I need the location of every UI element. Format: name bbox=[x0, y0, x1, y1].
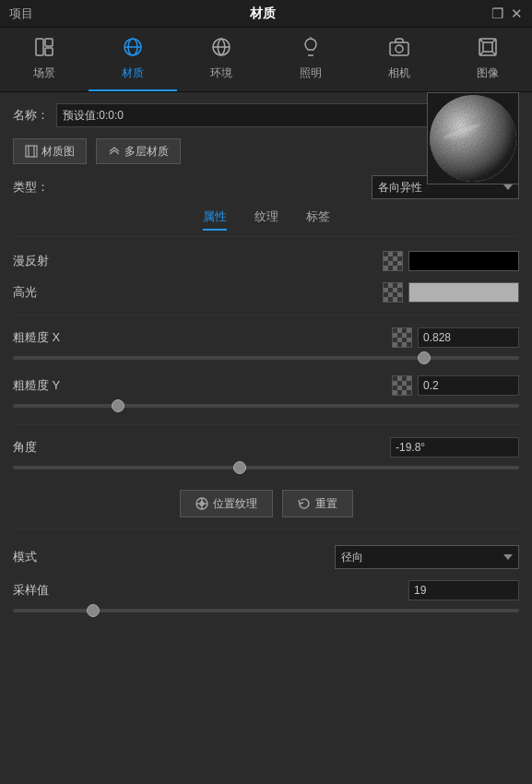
specular-controls bbox=[383, 282, 519, 303]
restore-button[interactable]: ❐ bbox=[491, 6, 503, 20]
reset-label: 重置 bbox=[315, 496, 337, 512]
specular-swatch[interactable] bbox=[408, 282, 519, 303]
multi-layer-label: 多层材质 bbox=[124, 144, 169, 160]
title-bar: 项目 材质 ❐ ✕ bbox=[0, 0, 532, 28]
action-row: 位置纹理 重置 bbox=[13, 490, 519, 517]
svg-rect-2 bbox=[45, 48, 53, 55]
type-label: 类型： bbox=[13, 179, 49, 196]
diffuse-swatch[interactable] bbox=[408, 251, 519, 271]
svg-rect-0 bbox=[36, 39, 43, 55]
close-button[interactable]: ✕ bbox=[511, 6, 523, 20]
svg-rect-20 bbox=[26, 146, 37, 157]
tab-image[interactable]: 图像 bbox=[443, 28, 532, 91]
angle-label: 角度 bbox=[13, 439, 87, 456]
name-input[interactable] bbox=[56, 103, 453, 127]
roughness-y-row: 粗糙度 Y bbox=[13, 373, 519, 398]
angle-slider[interactable] bbox=[13, 466, 519, 469]
mode-label: 模式 bbox=[13, 549, 68, 565]
tab-lighting[interactable]: 照明 bbox=[266, 28, 355, 91]
material-map-button[interactable]: 材质图 bbox=[13, 138, 87, 164]
roughness-x-slider-wrap bbox=[13, 350, 519, 365]
tab-material[interactable]: 材质 bbox=[89, 28, 177, 91]
roughness-y-label: 粗糙度 Y bbox=[13, 377, 87, 394]
roughness-x-slider[interactable] bbox=[13, 356, 519, 360]
divider-2 bbox=[13, 424, 519, 425]
sample-input[interactable] bbox=[408, 580, 519, 600]
roughness-x-slider-row bbox=[13, 350, 519, 367]
tab-material-label: 材质 bbox=[122, 65, 144, 81]
angle-row: 角度 bbox=[13, 434, 519, 460]
roughness-y-section: 粗糙度 Y bbox=[13, 373, 519, 415]
specular-label: 高光 bbox=[13, 284, 87, 301]
specular-checker[interactable] bbox=[383, 282, 403, 303]
divider-3 bbox=[13, 529, 519, 529]
tab-light-label: 照明 bbox=[300, 65, 322, 81]
roughness-x-row: 粗糙度 X bbox=[13, 325, 519, 350]
multi-layer-button[interactable]: 多层材质 bbox=[96, 138, 181, 164]
roughness-y-input[interactable] bbox=[418, 375, 519, 396]
tab-scene-label: 场景 bbox=[33, 65, 55, 81]
roughness-y-slider-row bbox=[13, 398, 519, 415]
project-label: 项目 bbox=[9, 6, 33, 22]
roughness-y-slider[interactable] bbox=[13, 404, 519, 408]
svg-rect-9 bbox=[390, 42, 408, 55]
window-controls: ❐ ✕ bbox=[491, 6, 523, 20]
roughness-x-section: 粗糙度 X bbox=[13, 325, 519, 367]
sample-section: 采样值 bbox=[13, 577, 519, 620]
sample-label: 采样值 bbox=[13, 582, 68, 599]
diffuse-checker[interactable] bbox=[383, 251, 403, 271]
divider-1 bbox=[13, 315, 519, 315]
sub-tab-bar: 属性 纹理 标签 bbox=[13, 208, 519, 237]
position-texture-button[interactable]: 位置纹理 bbox=[180, 490, 273, 517]
position-texture-label: 位置纹理 bbox=[213, 496, 257, 512]
window-title: 材质 bbox=[33, 6, 491, 22]
diffuse-label: 漫反射 bbox=[13, 253, 87, 269]
mode-select[interactable]: 径向 bbox=[335, 545, 519, 569]
properties-section: 漫反射 高光 粗糙度 X bbox=[13, 248, 519, 477]
svg-point-27 bbox=[430, 95, 516, 182]
tab-bar: 场景 材质 环境 照明 bbox=[0, 28, 532, 92]
svg-rect-1 bbox=[45, 39, 53, 46]
angle-slider-row bbox=[13, 460, 519, 477]
sub-tab-tags[interactable]: 标签 bbox=[306, 208, 330, 231]
diffuse-row: 漫反射 bbox=[13, 248, 519, 274]
sample-slider-wrap bbox=[13, 603, 519, 618]
cam-icon bbox=[388, 36, 410, 62]
mode-row: 模式 径向 bbox=[13, 544, 519, 570]
angle-section: 角度 bbox=[13, 434, 519, 477]
tab-scene[interactable]: 场景 bbox=[0, 28, 89, 91]
svg-rect-12 bbox=[483, 42, 492, 52]
preview-sphere bbox=[427, 92, 519, 184]
material-icon bbox=[122, 36, 144, 62]
light-icon bbox=[300, 36, 322, 62]
sample-slider-row bbox=[13, 603, 519, 620]
angle-controls bbox=[390, 437, 519, 457]
env-icon bbox=[210, 36, 232, 62]
angle-slider-wrap bbox=[13, 460, 519, 475]
tab-img-label: 图像 bbox=[477, 65, 499, 81]
roughness-x-label: 粗糙度 X bbox=[13, 329, 87, 346]
specular-row: 高光 bbox=[13, 279, 519, 305]
roughness-y-slider-wrap bbox=[13, 398, 519, 413]
scene-icon bbox=[33, 36, 55, 62]
tab-env-label: 环境 bbox=[210, 65, 232, 81]
diffuse-controls bbox=[383, 251, 519, 271]
roughness-y-checker[interactable] bbox=[392, 375, 412, 396]
sample-row: 采样值 bbox=[13, 577, 519, 603]
roughness-x-controls bbox=[392, 327, 519, 348]
svg-point-10 bbox=[396, 45, 403, 53]
tab-camera[interactable]: 相机 bbox=[355, 28, 443, 91]
sample-slider[interactable] bbox=[13, 609, 519, 612]
roughness-y-controls bbox=[392, 375, 519, 396]
roughness-x-input[interactable] bbox=[418, 327, 519, 348]
img-icon bbox=[477, 36, 499, 62]
roughness-x-checker[interactable] bbox=[392, 327, 412, 348]
sub-tab-texture[interactable]: 纹理 bbox=[254, 208, 278, 231]
angle-input[interactable] bbox=[390, 437, 519, 457]
name-label: 名称： bbox=[13, 107, 49, 124]
sub-tab-properties[interactable]: 属性 bbox=[203, 208, 227, 231]
tab-cam-label: 相机 bbox=[388, 65, 410, 81]
reset-button[interactable]: 重置 bbox=[282, 490, 353, 517]
material-map-label: 材质图 bbox=[41, 144, 75, 160]
tab-environment[interactable]: 环境 bbox=[177, 28, 266, 91]
